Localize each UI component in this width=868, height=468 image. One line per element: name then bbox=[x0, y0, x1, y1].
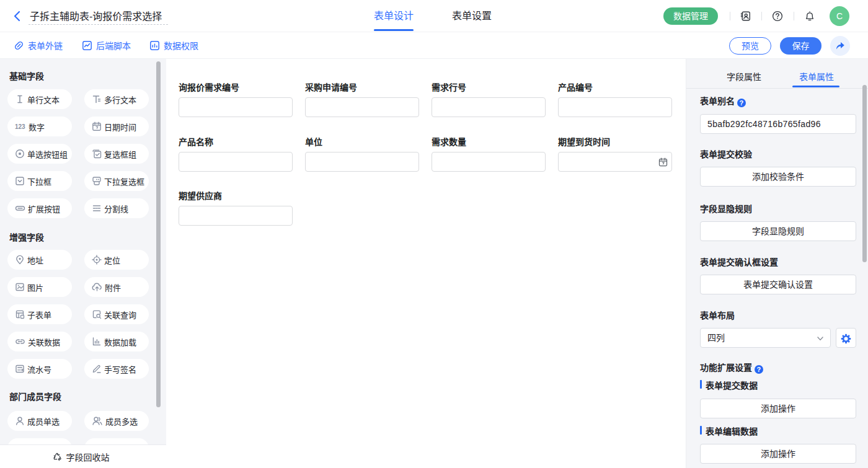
svg-text:123: 123 bbox=[15, 123, 25, 130]
